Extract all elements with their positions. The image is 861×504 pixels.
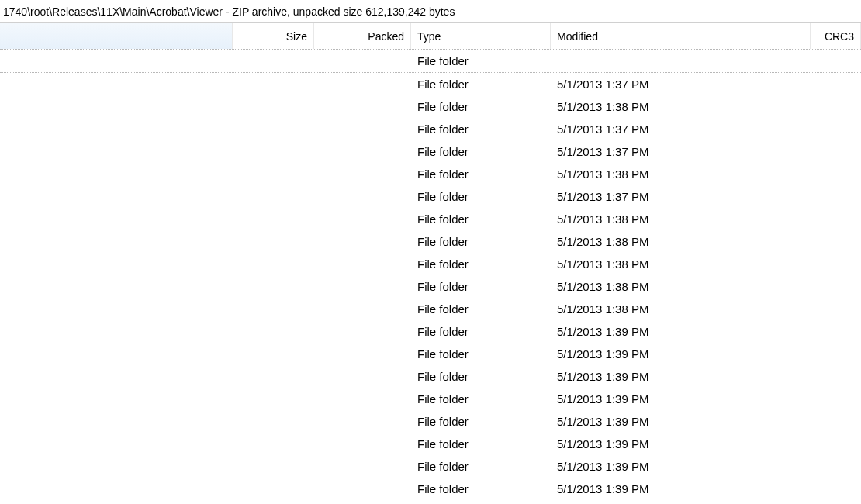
table-row[interactable]: File folder5/1/2013 1:38 PM — [0, 163, 861, 185]
column-header-row: Size Packed Type Modified CRC3 — [0, 23, 861, 50]
cell-modified: 5/1/2013 1:38 PM — [551, 100, 811, 113]
cell-type: File folder — [411, 370, 551, 383]
cell-type: File folder — [411, 392, 551, 406]
cell-type: File folder — [411, 415, 551, 428]
cell-modified: 5/1/2013 1:38 PM — [551, 280, 811, 293]
cell-modified: 5/1/2013 1:37 PM — [551, 145, 811, 158]
cell-type: File folder — [411, 190, 551, 203]
table-row[interactable]: File folder5/1/2013 1:39 PM — [0, 455, 861, 478]
table-row[interactable]: File folder5/1/2013 1:37 PM — [0, 185, 861, 208]
cell-type: File folder — [411, 54, 551, 67]
cell-modified: 5/1/2013 1:39 PM — [551, 370, 811, 383]
column-header-packed[interactable]: Packed — [314, 23, 411, 49]
cell-modified: 5/1/2013 1:39 PM — [551, 325, 811, 338]
cell-modified: 5/1/2013 1:38 PM — [551, 235, 811, 248]
cell-modified: 5/1/2013 1:39 PM — [551, 415, 811, 428]
column-header-type[interactable]: Type — [411, 23, 551, 49]
cell-type: File folder — [411, 100, 551, 113]
cell-type: File folder — [411, 78, 551, 91]
cell-modified: 5/1/2013 1:39 PM — [551, 437, 811, 450]
column-header-size[interactable]: Size — [233, 23, 314, 49]
cell-modified: 5/1/2013 1:39 PM — [551, 460, 811, 473]
cell-modified: 5/1/2013 1:38 PM — [551, 302, 811, 316]
column-header-crc-label: CRC3 — [825, 30, 854, 43]
cell-modified: 5/1/2013 1:37 PM — [551, 123, 811, 136]
cell-modified: 5/1/2013 1:39 PM — [551, 482, 811, 495]
column-header-modified[interactable]: Modified — [551, 23, 811, 49]
cell-type: File folder — [411, 212, 551, 226]
table-row[interactable]: File folder5/1/2013 1:39 PM — [0, 365, 861, 388]
cell-type: File folder — [411, 257, 551, 271]
cell-type: File folder — [411, 235, 551, 248]
file-list: File folderFile folder5/1/2013 1:37 PMFi… — [0, 50, 861, 500]
cell-type: File folder — [411, 280, 551, 293]
cell-type: File folder — [411, 460, 551, 473]
cell-type: File folder — [411, 145, 551, 158]
table-row[interactable]: File folder5/1/2013 1:38 PM — [0, 298, 861, 320]
window-title-bar: 1740\root\Releases\11X\Main\Acrobat\View… — [0, 0, 861, 23]
table-row[interactable]: File folder5/1/2013 1:39 PM — [0, 343, 861, 365]
column-header-crc[interactable]: CRC3 — [811, 23, 861, 49]
table-row[interactable]: File folder5/1/2013 1:38 PM — [0, 253, 861, 275]
table-row[interactable]: File folder5/1/2013 1:39 PM — [0, 433, 861, 455]
cell-type: File folder — [411, 437, 551, 450]
cell-modified: 5/1/2013 1:37 PM — [551, 190, 811, 203]
table-row[interactable]: File folder5/1/2013 1:38 PM — [0, 230, 861, 253]
table-row[interactable]: File folder5/1/2013 1:38 PM — [0, 275, 861, 298]
cell-type: File folder — [411, 347, 551, 361]
cell-type: File folder — [411, 123, 551, 136]
cell-type: File folder — [411, 302, 551, 316]
cell-modified: 5/1/2013 1:37 PM — [551, 78, 811, 91]
column-header-size-label: Size — [286, 30, 307, 43]
cell-modified: 5/1/2013 1:39 PM — [551, 347, 811, 361]
table-row[interactable]: File folder5/1/2013 1:39 PM — [0, 478, 861, 500]
table-row[interactable]: File folder5/1/2013 1:39 PM — [0, 388, 861, 410]
column-header-name[interactable] — [0, 23, 233, 49]
table-row[interactable]: File folder5/1/2013 1:37 PM — [0, 140, 861, 163]
cell-modified: 5/1/2013 1:38 PM — [551, 167, 811, 181]
table-row[interactable]: File folder5/1/2013 1:38 PM — [0, 95, 861, 118]
table-row[interactable]: File folder — [0, 50, 861, 73]
cell-modified: 5/1/2013 1:38 PM — [551, 212, 811, 226]
cell-modified: 5/1/2013 1:39 PM — [551, 392, 811, 406]
table-row[interactable]: File folder5/1/2013 1:37 PM — [0, 118, 861, 140]
column-header-type-label: Type — [417, 30, 441, 43]
cell-type: File folder — [411, 325, 551, 338]
table-row[interactable]: File folder5/1/2013 1:39 PM — [0, 410, 861, 433]
table-row[interactable]: File folder5/1/2013 1:39 PM — [0, 320, 861, 343]
column-header-packed-label: Packed — [368, 30, 404, 43]
cell-type: File folder — [411, 482, 551, 495]
column-header-modified-label: Modified — [557, 30, 598, 43]
table-row[interactable]: File folder5/1/2013 1:37 PM — [0, 73, 861, 95]
cell-modified: 5/1/2013 1:38 PM — [551, 257, 811, 271]
cell-type: File folder — [411, 167, 551, 181]
archive-path-label: 1740\root\Releases\11X\Main\Acrobat\View… — [3, 5, 455, 18]
table-row[interactable]: File folder5/1/2013 1:38 PM — [0, 208, 861, 230]
